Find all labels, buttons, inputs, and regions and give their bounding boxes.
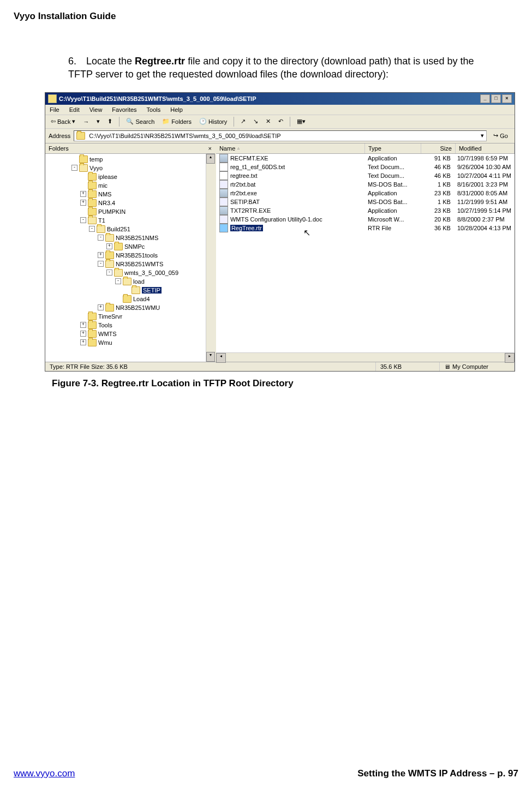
file-row[interactable]: WMTS Configuration Utility0-1.docMicroso… [216,215,515,224]
maximize-button[interactable]: □ [491,94,501,103]
menu-help[interactable]: Help [170,106,183,113]
tree-item[interactable]: -Vyyo [45,164,206,172]
menu-tools[interactable]: Tools [147,106,161,113]
forward-button[interactable]: → [81,117,91,126]
collapse-icon[interactable]: - [89,226,95,232]
file-list[interactable]: ↖ RECFMT.EXEApplication91 KB10/7/1998 6:… [216,154,515,352]
status-text: Type: RTR File Size: 35.6 KB [45,362,376,371]
file-row[interactable]: RECFMT.EXEApplication91 KB10/7/1998 6:59… [216,154,515,163]
expand-icon[interactable]: + [80,339,86,345]
fwd-dropdown[interactable]: ▾ [94,117,102,126]
collapse-icon[interactable]: - [106,270,112,276]
tree-item[interactable]: +SNMPc [45,242,206,251]
folders-button[interactable]: 📁 Folders [160,117,194,126]
tree-item[interactable]: +NR3.4 [45,199,206,207]
tree-item[interactable]: -NR35B251WMTS [45,260,206,268]
copyto-icon[interactable]: ↘ [251,117,260,126]
tree-item[interactable]: +WMTS [45,330,206,338]
col-type[interactable]: Type [365,143,421,153]
tree-item[interactable]: +Tools [45,321,206,330]
collapse-icon[interactable]: - [71,165,77,171]
close-folders-button[interactable]: × [208,145,211,152]
collapse-icon[interactable]: - [98,235,104,241]
figure-caption: Figure 7-3. Regtree.rtr Location in TFTP… [52,378,518,389]
file-row[interactable]: regtree.txtText Docum...46 KB10/27/2004 … [216,171,515,180]
expand-icon[interactable]: + [80,331,86,337]
folder-icon [105,260,114,268]
folder-icon [88,199,97,207]
tree-item[interactable]: +NR35B251WMU [45,303,206,312]
scroll-right-icon[interactable]: ▸ [505,353,515,363]
undo-icon[interactable]: ↶ [276,117,285,126]
tree-item[interactable]: temp [45,155,206,164]
tree-item[interactable]: Load4 [45,295,206,303]
tree-item[interactable]: iplease [45,172,206,181]
file-row[interactable]: SETIP.BATMS-DOS Bat...1 KB11/2/1999 9:51… [216,198,515,206]
menu-file[interactable]: File [50,106,59,113]
tree-item[interactable]: +NMS [45,190,206,199]
file-row[interactable]: reg_t1_esf_60DS.txtText Docum...46 KB9/2… [216,163,515,171]
search-button[interactable]: 🔍 Search [124,117,157,126]
address-input[interactable]: C:\Vyyo\T1\Build251\NR35B251WMTS\wmts_3_… [74,130,487,141]
file-row[interactable]: TXT2RTR.EXEApplication23 KB10/27/1999 5:… [216,206,515,215]
views-button[interactable]: ▦▾ [295,117,308,126]
folder-tree[interactable]: temp-Vyyoipleasemic+NMS+NR3.4PUMPKIN-T1-… [45,154,206,362]
chevron-down-icon[interactable]: ▾ [481,132,484,139]
col-name[interactable]: Name ▵ [216,143,365,153]
step-number: 6. [68,55,83,68]
expand-icon[interactable]: + [80,200,86,206]
menu-edit[interactable]: Edit [69,106,80,113]
file-modified: 8/8/2000 2:37 PM [454,216,515,223]
collapse-icon[interactable]: - [80,217,86,223]
file-row[interactable]: RegTree.rtrRTR File36 KB10/28/2004 4:13 … [216,224,515,232]
history-button[interactable]: 🕑 History [197,117,229,126]
computer-icon: 🖥 [444,363,450,370]
file-size: 23 KB [420,207,454,214]
minimize-button[interactable]: _ [480,94,490,103]
file-name: SETIP.BAT [230,199,260,205]
h-scrollbar[interactable]: ◂ ▸ [216,352,515,362]
tree-item[interactable]: -T1 [45,216,206,225]
expand-icon[interactable]: + [98,304,104,310]
up-button[interactable]: ⬆ [105,117,115,126]
collapse-icon[interactable]: - [98,261,104,267]
titlebar[interactable]: C:\Vyyo\T1\Build251\NR35B251WMTS\wmts_3_… [45,93,515,105]
collapse-icon[interactable]: - [115,278,121,284]
scroll-up-icon[interactable]: ▴ [206,154,215,164]
tree-label: mic [98,182,107,189]
expand-icon[interactable]: + [80,191,86,197]
tree-item[interactable]: TimeSrvr [45,312,206,321]
expand-icon[interactable]: + [106,243,112,249]
tree-item[interactable]: +NR35B251tools [45,251,206,260]
close-button[interactable]: × [502,94,512,103]
file-size: 91 KB [420,155,454,161]
column-headers[interactable]: Name ▵ Type Size Modified [216,143,515,154]
file-row[interactable]: rtr2txt.batMS-DOS Bat...1 KB8/16/2001 3:… [216,180,515,189]
expand-icon[interactable]: + [80,322,86,328]
delete-icon[interactable]: ✕ [264,117,273,126]
tree-item[interactable]: -load [45,277,206,286]
folder-icon [48,94,57,103]
tree-item[interactable]: -wmts_3_5_000_059 [45,268,206,277]
menu-view[interactable]: View [89,106,103,113]
col-size[interactable]: Size [421,143,456,153]
tree-item[interactable]: +Wmu [45,338,206,347]
tree-item[interactable]: SETIP [45,286,206,295]
status-size: 35.6 KB [376,362,440,371]
file-row[interactable]: rtr2txt.exeApplication23 KB8/31/2000 8:0… [216,189,515,198]
tree-scrollbar[interactable]: ▴ ▾ [206,154,215,362]
menu-favorites[interactable]: Favorites [112,106,136,113]
tree-item[interactable]: -NR35B251NMS [45,234,206,242]
folders-pane: Folders × temp-Vyyoipleasemic+NMS+NR3.4P… [45,143,216,362]
moveto-icon[interactable]: ↗ [238,117,248,126]
scroll-down-icon[interactable]: ▾ [206,352,215,362]
back-button[interactable]: ⇦ Back ▾ [49,117,77,126]
col-modified[interactable]: Modified [456,143,515,153]
expand-icon[interactable]: + [98,252,104,258]
tree-item[interactable]: -Build251 [45,225,206,234]
tree-item[interactable]: mic [45,181,206,190]
scroll-left-icon[interactable]: ◂ [216,353,226,363]
tree-item[interactable]: PUMPKIN [45,207,206,216]
go-button[interactable]: ↪ Go [490,131,511,140]
exe-file-icon [219,206,228,215]
